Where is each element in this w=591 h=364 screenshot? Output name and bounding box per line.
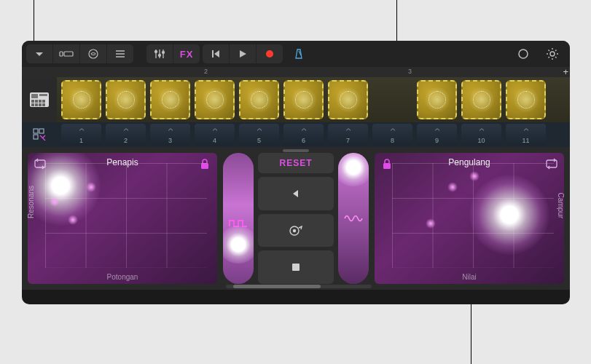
svg-point-2 <box>89 50 98 58</box>
loop-cell[interactable] <box>150 80 190 119</box>
view-segment <box>26 44 133 63</box>
step-button[interactable]: 1 <box>61 124 101 146</box>
step-button[interactable]: 8 <box>372 124 412 146</box>
filter-x-label: Potongan <box>28 273 217 281</box>
ruler-mark: 3 <box>408 68 412 75</box>
go-to-start-button[interactable] <box>203 44 229 63</box>
svg-point-15 <box>519 50 528 58</box>
svg-rect-19 <box>39 94 47 96</box>
svg-rect-28 <box>34 129 38 133</box>
svg-rect-24 <box>31 103 34 106</box>
loop-cell-empty[interactable] <box>372 80 412 119</box>
fx-panel: Penapis Resonans Potongan RESET <box>22 147 570 290</box>
loop-cell[interactable] <box>283 80 324 119</box>
transport-segment <box>203 44 283 63</box>
loop-cell[interactable] <box>328 80 368 119</box>
reset-button[interactable]: RESET <box>258 153 334 173</box>
svg-rect-30 <box>39 129 44 133</box>
svg-point-13 <box>266 50 273 58</box>
step-button[interactable]: 4 <box>195 124 235 146</box>
loop-cell[interactable] <box>239 80 279 119</box>
filter-xy-pad[interactable]: Penapis Resonans Potongan <box>28 153 217 284</box>
svg-rect-21 <box>35 100 38 103</box>
step-button[interactable]: 10 <box>461 124 501 146</box>
play-button[interactable] <box>230 44 256 63</box>
fx-label: FX <box>180 49 194 60</box>
live-loop-cells <box>57 77 570 122</box>
svg-rect-26 <box>39 103 42 106</box>
svg-rect-22 <box>39 100 42 103</box>
loop-cell[interactable] <box>106 80 146 119</box>
panel-grabber[interactable] <box>283 149 309 152</box>
step-row: 1 2 3 4 5 6 7 8 9 10 11 <box>22 122 570 147</box>
track-view-button[interactable] <box>53 44 79 63</box>
fx-center-column: RESET <box>223 153 369 284</box>
fx-center-buttons: RESET <box>258 153 334 284</box>
step-button[interactable]: 9 <box>417 124 457 146</box>
loop-cell[interactable] <box>61 80 101 119</box>
svg-point-34 <box>294 229 296 232</box>
main-toolbar: FX <box>22 41 570 67</box>
timeline-ruler[interactable]: 2 3 + <box>22 67 570 77</box>
svg-point-9 <box>155 51 157 53</box>
svg-rect-20 <box>31 100 34 103</box>
repeater-y-label: Campur <box>557 192 565 218</box>
scratch-button[interactable] <box>258 214 334 248</box>
repeater-xy-pad[interactable]: Pengulang Campur Nilai <box>375 153 564 284</box>
fx-button[interactable]: FX <box>173 44 200 63</box>
svg-point-11 <box>163 52 165 54</box>
loop-cell[interactable] <box>417 80 457 119</box>
panel-segment: FX <box>146 44 200 63</box>
drum-machine-icon[interactable] <box>22 77 57 122</box>
loop-cell[interactable] <box>506 80 546 119</box>
ruler-mark: 2 <box>204 68 208 75</box>
browser-button[interactable] <box>80 44 106 63</box>
filter-y-label: Resonans <box>28 186 35 218</box>
svg-point-10 <box>159 55 161 57</box>
loop-button[interactable] <box>510 44 536 63</box>
record-button[interactable] <box>257 44 283 63</box>
svg-rect-35 <box>292 264 300 271</box>
step-button[interactable]: 3 <box>150 124 190 146</box>
left-fx-slider[interactable] <box>223 153 254 284</box>
reverse-button[interactable] <box>258 177 334 210</box>
list-button[interactable] <box>107 44 133 63</box>
add-section-button[interactable]: + <box>563 67 568 76</box>
mixer-button[interactable] <box>146 44 173 63</box>
svg-point-16 <box>550 52 555 56</box>
grid-edit-icon[interactable] <box>22 122 57 147</box>
svg-rect-12 <box>212 50 214 58</box>
loop-cell[interactable] <box>195 80 235 119</box>
right-fx-slider[interactable] <box>338 153 369 284</box>
svg-rect-0 <box>60 52 63 56</box>
app-window: FX 2 3 + <box>22 41 570 304</box>
svg-rect-25 <box>35 103 38 106</box>
step-button[interactable]: 11 <box>506 124 546 146</box>
svg-rect-23 <box>42 100 45 103</box>
step-button[interactable]: 5 <box>239 124 279 146</box>
svg-rect-18 <box>31 94 38 98</box>
repeater-x-label: Nilai <box>375 273 564 281</box>
fx-scrollbar[interactable] <box>226 285 372 288</box>
svg-rect-29 <box>34 135 38 139</box>
loop-cell[interactable] <box>461 80 501 119</box>
svg-rect-27 <box>42 103 45 106</box>
metronome-button[interactable] <box>286 44 312 63</box>
step-button[interactable]: 2 <box>106 124 146 146</box>
menu-button[interactable] <box>26 44 52 63</box>
step-button[interactable]: 6 <box>283 124 324 146</box>
step-button[interactable]: 7 <box>328 124 368 146</box>
svg-rect-1 <box>64 52 73 56</box>
settings-button[interactable] <box>539 44 565 63</box>
stop-button[interactable] <box>258 250 334 284</box>
cell-strip <box>22 77 570 122</box>
